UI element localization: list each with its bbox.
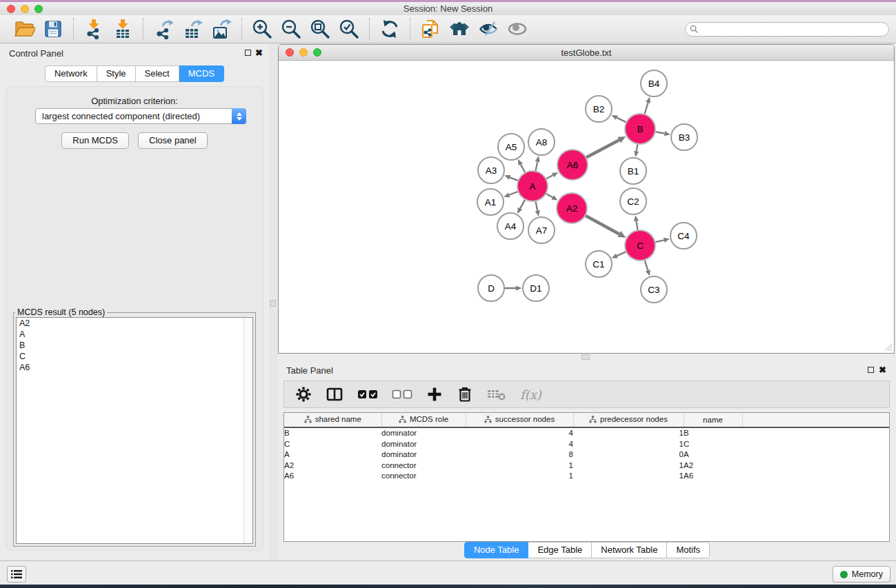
network-node-A3[interactable]: A3	[478, 157, 504, 183]
network-node-C2[interactable]: C2	[620, 188, 646, 214]
cell[interactable]: 1	[466, 471, 573, 482]
run-mcds-button[interactable]: Run MCDS	[61, 132, 129, 149]
column-header-successor-nodes[interactable]: successor nodes	[466, 413, 573, 427]
network-node-C[interactable]: C	[625, 230, 655, 261]
cell[interactable]: A	[284, 449, 381, 460]
table-row-a2[interactable]: A2connector11A2	[284, 460, 889, 472]
optimization-criterion-select[interactable]: largest connected component (directed)	[35, 108, 246, 124]
network-window-titlebar[interactable]: testGlobe.txt	[279, 45, 894, 61]
select-all-icon[interactable]	[357, 386, 378, 403]
cell[interactable]: A2	[684, 460, 742, 472]
splitter-grip[interactable]	[581, 354, 590, 360]
tab-network[interactable]: Network	[45, 65, 97, 82]
mcds-result-list[interactable]: A2ABCA6	[16, 317, 253, 544]
network-node-D[interactable]: D	[478, 275, 504, 301]
show-all-networks-icon[interactable]	[448, 18, 470, 40]
tab-motifs[interactable]: Motifs	[667, 542, 710, 558]
result-item-a6[interactable]: A6	[17, 362, 252, 373]
network-node-B2[interactable]: B2	[586, 96, 612, 122]
settings-gear-icon[interactable]	[295, 386, 312, 403]
cell[interactable]: A	[684, 449, 742, 460]
cell[interactable]: A6	[284, 471, 381, 482]
zoom-in-icon[interactable]	[251, 18, 273, 40]
table-row-c[interactable]: Cdominator41C	[284, 439, 889, 450]
cell[interactable]: 1	[573, 439, 684, 450]
search-input[interactable]	[699, 23, 888, 35]
column-header-mcds-role[interactable]: MCDS role	[381, 413, 466, 427]
vertical-splitter[interactable]	[269, 43, 278, 560]
result-scrollbar[interactable]	[243, 318, 252, 543]
open-file-icon[interactable]	[13, 18, 35, 40]
network-node-C1[interactable]: C1	[586, 251, 612, 277]
network-node-B3[interactable]: B3	[671, 124, 697, 150]
new-network-from-selection-icon[interactable]	[419, 18, 441, 40]
show-hide-columns-icon[interactable]	[326, 386, 344, 403]
horizontal-splitter[interactable]	[278, 354, 896, 361]
cell[interactable]: 8	[466, 449, 573, 460]
cell[interactable]: 1	[573, 471, 684, 482]
table-row-a[interactable]: Adominator80A	[284, 449, 889, 460]
cell[interactable]: 1	[466, 460, 573, 472]
delete-columns-icon[interactable]	[457, 386, 473, 403]
table-row-a6[interactable]: A6connector11A6	[284, 471, 889, 482]
network-view-window[interactable]: testGlobe.txt AA1A2A3A4A5A6A7A8BB1B2B3B4…	[278, 44, 895, 354]
cell[interactable]: C	[284, 439, 381, 450]
column-header-predecessor-nodes[interactable]: predecessor nodes	[573, 413, 684, 427]
network-node-A6[interactable]: A6	[557, 150, 588, 180]
network-node-C3[interactable]: C3	[641, 276, 667, 303]
result-item-a2[interactable]: A2	[17, 318, 252, 329]
network-node-A7[interactable]: A7	[528, 217, 555, 243]
network-node-B1[interactable]: B1	[620, 158, 646, 184]
network-node-A8[interactable]: A8	[528, 129, 555, 155]
network-node-A5[interactable]: A5	[498, 134, 524, 160]
save-session-icon[interactable]	[42, 18, 64, 40]
cell[interactable]: 4	[466, 427, 573, 439]
zoom-out-icon[interactable]	[280, 18, 302, 40]
tab-node-table[interactable]: Node Table	[464, 542, 529, 558]
search-box[interactable]	[685, 22, 889, 37]
tab-style[interactable]: Style	[97, 65, 136, 82]
network-node-A2[interactable]: A2	[557, 193, 587, 223]
resize-grip-icon[interactable]	[884, 343, 893, 352]
float-panel-icon[interactable]	[245, 50, 251, 56]
cell[interactable]: 0	[573, 449, 684, 460]
cell[interactable]: C	[684, 439, 742, 450]
hide-selected-icon[interactable]	[477, 18, 499, 40]
import-network-icon[interactable]	[83, 18, 105, 40]
deselect-all-icon[interactable]	[392, 386, 412, 403]
cell[interactable]: 4	[466, 439, 573, 450]
task-history-button[interactable]	[7, 566, 26, 582]
cell[interactable]: 1	[573, 460, 684, 472]
cell[interactable]: B	[284, 427, 381, 439]
cell[interactable]: connector	[381, 460, 466, 472]
close-panel-icon[interactable]: ✖	[879, 367, 886, 373]
float-panel-icon[interactable]	[868, 367, 874, 373]
cell[interactable]: dominator	[381, 449, 466, 460]
tab-edge-table[interactable]: Edge Table	[528, 542, 592, 558]
network-node-A4[interactable]: A4	[497, 213, 524, 239]
import-table-icon[interactable]	[112, 18, 134, 40]
apply-preferred-layout-icon[interactable]	[379, 18, 401, 40]
result-item-a[interactable]: A	[17, 329, 252, 340]
column-header-shared-name[interactable]: shared name	[284, 413, 381, 427]
network-node-A[interactable]: A	[517, 171, 548, 201]
node-table[interactable]: shared nameMCDS rolesuccessor nodesprede…	[283, 412, 890, 542]
cell[interactable]: B	[684, 427, 742, 439]
tab-select[interactable]: Select	[136, 65, 179, 82]
splitter-grip[interactable]	[270, 300, 276, 307]
export-network-icon[interactable]	[152, 18, 175, 40]
network-canvas[interactable]: AA1A2A3A4A5A6A7A8BB1B2B3B4CC1C2C3C4DD1	[279, 61, 894, 353]
network-node-C4[interactable]: C4	[670, 223, 697, 249]
cell[interactable]: connector	[381, 471, 466, 482]
network-node-D1[interactable]: D1	[523, 275, 549, 301]
close-panel-button[interactable]: Close panel	[138, 132, 208, 149]
export-table-icon[interactable]	[181, 18, 203, 40]
tab-mcds[interactable]: MCDS	[179, 65, 224, 82]
result-item-b[interactable]: B	[17, 340, 252, 351]
add-column-icon[interactable]	[426, 386, 443, 403]
cell[interactable]: dominator	[381, 427, 466, 439]
zoom-selected-icon[interactable]	[338, 18, 360, 40]
network-node-B4[interactable]: B4	[641, 70, 667, 97]
cell[interactable]: A6	[684, 471, 742, 482]
memory-button[interactable]: Memory	[833, 566, 890, 582]
